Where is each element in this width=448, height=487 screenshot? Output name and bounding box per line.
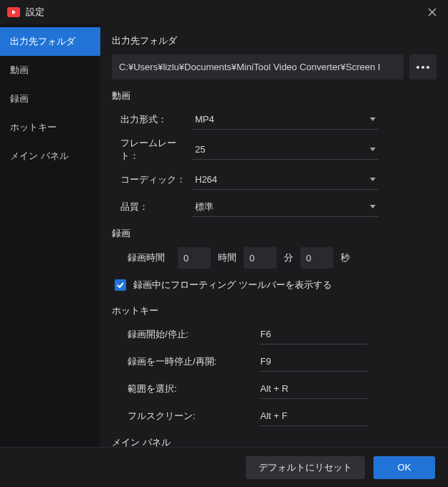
sidebar-item-main-panel[interactable]: メイン パネル bbox=[0, 142, 100, 170]
sidebar-item-hotkeys[interactable]: ホットキー bbox=[0, 113, 100, 142]
unit-minutes: 分 bbox=[284, 251, 293, 264]
dropdown-value: H264 bbox=[195, 174, 217, 185]
label-hotkey: 録画開始/停止: bbox=[128, 328, 260, 341]
label-hotkey: 録画を一時停止/再開: bbox=[128, 355, 260, 368]
row-output-format: 出力形式： MP4 bbox=[112, 110, 437, 130]
output-folder-path[interactable]: C:¥Users¥lizlu¥Documents¥MiniTool Video … bbox=[112, 54, 404, 79]
reset-defaults-button[interactable]: デフォルトにリセット bbox=[246, 456, 365, 479]
row-quality: 品質： 標準 bbox=[112, 197, 437, 217]
section-title-video: 動画 bbox=[112, 90, 437, 102]
label-hotkey: 範囲を選択: bbox=[128, 382, 260, 395]
label-output-format: 出力形式： bbox=[120, 113, 192, 126]
sidebar-item-output-folder[interactable]: 出力先フォルダ bbox=[0, 27, 100, 56]
browse-button[interactable] bbox=[409, 54, 437, 79]
section-title-main-panel: メイン パネル bbox=[112, 436, 437, 447]
hotkey-field-pause-resume[interactable]: F9 bbox=[260, 352, 368, 372]
sidebar-item-video[interactable]: 動画 bbox=[0, 56, 100, 85]
chevron-down-icon bbox=[370, 148, 376, 151]
dropdown-value: MP4 bbox=[195, 114, 214, 125]
label-hotkey: フルスクリーン: bbox=[128, 410, 260, 423]
output-folder-path-text: C:¥Users¥lizlu¥Documents¥MiniTool Video … bbox=[119, 62, 381, 72]
row-codec: コーディック： H264 bbox=[112, 170, 437, 190]
dropdown-quality[interactable]: 標準 bbox=[192, 197, 378, 217]
hotkey-field-fullscreen[interactable]: Alt + F bbox=[260, 406, 368, 426]
output-folder-row: C:¥Users¥lizlu¥Documents¥MiniTool Video … bbox=[112, 54, 437, 79]
label-quality: 品質： bbox=[120, 201, 192, 213]
window-title: 設定 bbox=[26, 6, 44, 19]
label-record-time: 録画時間 bbox=[128, 251, 165, 264]
sidebar-item-label: 出力先フォルダ bbox=[10, 35, 75, 48]
sidebar-item-label: メイン パネル bbox=[10, 150, 69, 163]
ok-button[interactable]: OK bbox=[373, 456, 435, 479]
check-icon bbox=[116, 281, 125, 289]
hotkey-value: F9 bbox=[260, 356, 271, 367]
sidebar-item-label: 録画 bbox=[10, 92, 29, 105]
hotkey-value: F6 bbox=[260, 329, 271, 339]
unit-hours: 時間 bbox=[218, 251, 237, 264]
checkbox-show-toolbar[interactable] bbox=[115, 279, 126, 291]
dropdown-value: 標準 bbox=[195, 201, 214, 213]
dropdown-value: 25 bbox=[195, 144, 205, 155]
chevron-down-icon bbox=[370, 205, 376, 208]
input-seconds[interactable] bbox=[300, 247, 333, 269]
row-hotkey-start-stop: 録画開始/停止: F6 bbox=[112, 324, 437, 344]
chevron-down-icon bbox=[370, 117, 376, 121]
titlebar: 設定 bbox=[0, 0, 448, 24]
sidebar-item-label: ホットキー bbox=[10, 121, 57, 134]
sidebar: 出力先フォルダ 動画 録画 ホットキー メイン パネル bbox=[0, 24, 100, 447]
dropdown-framerate[interactable]: 25 bbox=[192, 140, 378, 160]
hotkey-value: Alt + F bbox=[260, 410, 287, 421]
row-record-time: 録画時間 時間 分 秒 bbox=[112, 247, 437, 269]
close-button[interactable] bbox=[424, 4, 441, 21]
ellipsis-icon bbox=[416, 66, 429, 69]
label-framerate: フレームレート： bbox=[120, 137, 192, 163]
hotkey-field-select-region[interactable]: Alt + R bbox=[260, 379, 368, 399]
settings-window: 設定 出力先フォルダ 動画 録画 ホットキー メイン パネル bbox=[0, 0, 448, 487]
row-hotkey-pause-resume: 録画を一時停止/再開: F9 bbox=[112, 352, 437, 372]
label-codec: コーディック： bbox=[120, 173, 192, 186]
unit-seconds: 秒 bbox=[340, 251, 350, 264]
chevron-down-icon bbox=[370, 178, 376, 181]
dropdown-codec[interactable]: H264 bbox=[192, 170, 378, 190]
hotkey-value: Alt + R bbox=[260, 383, 288, 394]
section-title-record: 録画 bbox=[112, 227, 437, 240]
sidebar-item-record[interactable]: 録画 bbox=[0, 85, 100, 113]
dropdown-output-format[interactable]: MP4 bbox=[192, 110, 378, 130]
label-show-toolbar: 録画中にフローティング ツールバーを表示する bbox=[133, 279, 332, 291]
app-logo-icon bbox=[7, 6, 20, 19]
row-hotkey-select-region: 範囲を選択: Alt + R bbox=[112, 379, 437, 399]
row-framerate: フレームレート： 25 bbox=[112, 137, 437, 163]
input-hours[interactable] bbox=[178, 247, 211, 269]
hotkey-field-start-stop[interactable]: F6 bbox=[260, 324, 368, 344]
input-minutes[interactable] bbox=[244, 247, 277, 269]
row-show-toolbar: 録画中にフローティング ツールバーを表示する bbox=[112, 279, 437, 291]
row-hotkey-fullscreen: フルスクリーン: Alt + F bbox=[112, 406, 437, 426]
window-body: 出力先フォルダ 動画 録画 ホットキー メイン パネル 出力先フォルダ C:¥U… bbox=[0, 24, 448, 447]
section-title-output-folder: 出力先フォルダ bbox=[112, 34, 437, 47]
main-content: 出力先フォルダ C:¥Users¥lizlu¥Documents¥MiniToo… bbox=[100, 24, 448, 447]
footer: デフォルトにリセット OK bbox=[0, 447, 448, 487]
section-title-hotkeys: ホットキー bbox=[112, 304, 437, 317]
close-icon bbox=[428, 8, 437, 16]
sidebar-item-label: 動画 bbox=[10, 64, 29, 77]
